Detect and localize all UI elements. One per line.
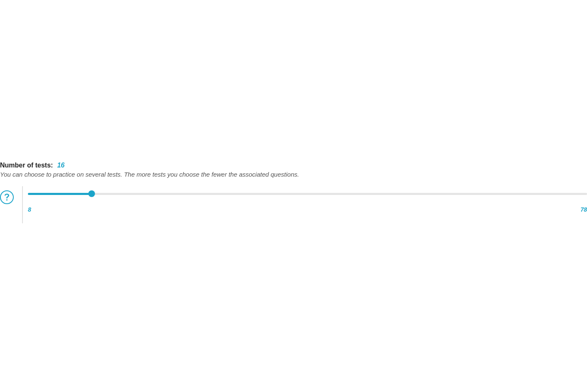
title-value: 16 xyxy=(57,162,65,169)
description-text: You can choose to practice on several te… xyxy=(0,171,587,178)
number-of-tests-section: Number of tests: 16 You can choose to pr… xyxy=(0,162,587,213)
slider-row: 8 78 xyxy=(0,190,587,213)
title-row: Number of tests: 16 xyxy=(0,162,587,169)
slider-min-label: 8 xyxy=(28,206,31,213)
slider-fill xyxy=(28,193,92,195)
help-button[interactable] xyxy=(0,190,14,204)
slider-container: 8 78 xyxy=(22,190,587,213)
title-label: Number of tests: xyxy=(0,162,53,169)
slider-max-label: 78 xyxy=(580,206,587,213)
slider-track xyxy=(28,193,587,195)
question-mark-icon xyxy=(4,194,10,201)
vertical-divider xyxy=(22,186,23,223)
slider-thumb[interactable] xyxy=(88,190,95,197)
slider-labels: 8 78 xyxy=(28,206,587,213)
slider[interactable] xyxy=(28,190,587,197)
